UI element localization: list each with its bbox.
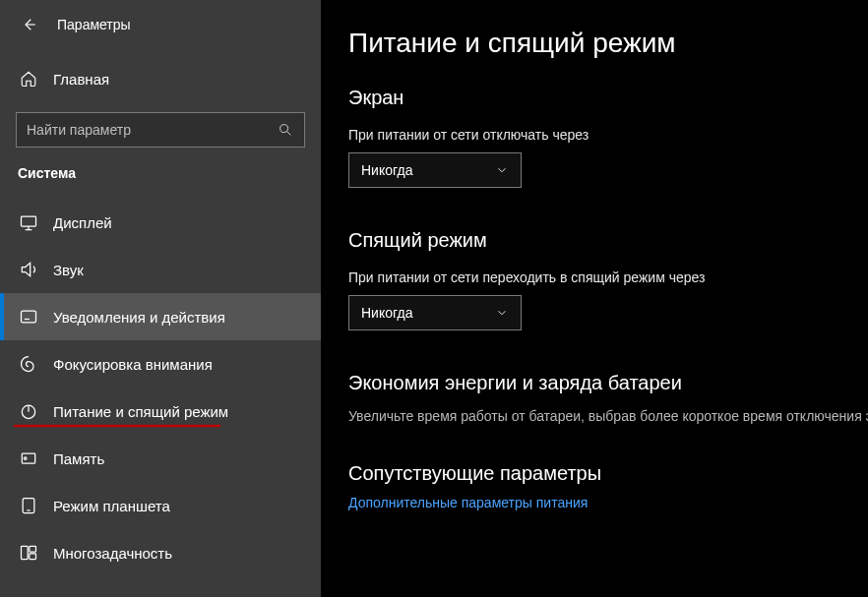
search-field[interactable] <box>27 122 277 138</box>
home-label: Главная <box>53 71 109 88</box>
focus-icon <box>18 354 39 374</box>
sidebar-item-display[interactable]: Дисплей <box>0 199 321 246</box>
highlight-underline <box>14 425 220 427</box>
sidebar-header: Параметры <box>0 8 321 41</box>
sidebar-item-tablet[interactable]: Режим планшета <box>0 482 321 529</box>
dropdown-value: Никогда <box>361 305 412 321</box>
svg-rect-8 <box>30 546 36 552</box>
sleep-heading: Спящий режим <box>348 229 868 252</box>
sidebar-item-label: Многозадачность <box>53 545 172 562</box>
battery-heading: Экономия энергии и заряда батареи <box>348 372 868 394</box>
sidebar-item-label: Дисплей <box>53 214 112 231</box>
chevron-down-icon <box>495 163 509 177</box>
sidebar-item-label: Режим планшета <box>53 498 170 514</box>
notifications-icon <box>18 307 39 327</box>
battery-desc: Увеличьте время работы от батареи, выбра… <box>348 406 868 427</box>
screen-option-label: При питании от сети отключать через <box>348 127 868 143</box>
sidebar-item-multitask[interactable]: Многозадачность <box>0 529 321 576</box>
storage-icon <box>18 448 39 468</box>
sidebar-item-focus[interactable]: Фокусировка внимания <box>0 340 321 388</box>
related-power-link[interactable]: Дополнительные параметры питания <box>348 495 868 510</box>
sidebar-item-sound[interactable]: Звук <box>0 246 321 293</box>
back-button[interactable] <box>18 14 39 35</box>
sidebar-item-power[interactable]: Питание и спящий режим <box>0 388 321 435</box>
window-title: Параметры <box>57 17 131 32</box>
svg-point-5 <box>24 457 27 460</box>
search-input[interactable] <box>16 112 305 148</box>
sidebar-item-label: Звук <box>53 262 84 278</box>
nav-list: Дисплей Звук Уведомления и действия Фоку… <box>0 199 321 576</box>
settings-window: Параметры Главная Система Дисплей <box>0 0 868 597</box>
svg-point-0 <box>280 125 288 133</box>
sleep-timeout-dropdown[interactable]: Никогда <box>348 295 522 330</box>
section-label: Система <box>0 165 321 181</box>
tablet-icon <box>18 496 39 515</box>
home-icon <box>18 70 39 88</box>
svg-rect-1 <box>22 216 36 226</box>
screen-timeout-dropdown[interactable]: Никогда <box>348 152 522 188</box>
display-icon <box>18 212 39 232</box>
dropdown-value: Никогда <box>361 162 412 178</box>
page-title: Питание и спящий режим <box>348 28 868 59</box>
search-icon <box>277 122 294 138</box>
multitask-icon <box>18 543 39 563</box>
sidebar-item-label: Память <box>53 450 104 467</box>
sidebar: Параметры Главная Система Дисплей <box>0 0 321 597</box>
svg-rect-7 <box>22 546 29 559</box>
screen-heading: Экран <box>348 87 868 109</box>
arrow-left-icon <box>20 16 37 33</box>
sidebar-item-storage[interactable]: Память <box>0 435 321 482</box>
related-heading: Сопутствующие параметры <box>348 462 868 485</box>
sidebar-item-notifications[interactable]: Уведомления и действия <box>0 293 321 340</box>
home-button[interactable]: Главная <box>0 57 321 100</box>
sidebar-item-label: Питание и спящий режим <box>53 403 228 420</box>
sound-icon <box>18 260 39 279</box>
svg-rect-2 <box>22 311 36 323</box>
sidebar-item-label: Уведомления и действия <box>53 309 225 326</box>
chevron-down-icon <box>495 306 509 320</box>
power-icon <box>18 401 39 421</box>
main-content: Питание и спящий режим Экран При питании… <box>321 0 868 597</box>
svg-rect-9 <box>30 554 36 560</box>
sleep-option-label: При питании от сети переходить в спящий … <box>348 269 868 285</box>
sidebar-item-label: Фокусировка внимания <box>53 356 213 373</box>
